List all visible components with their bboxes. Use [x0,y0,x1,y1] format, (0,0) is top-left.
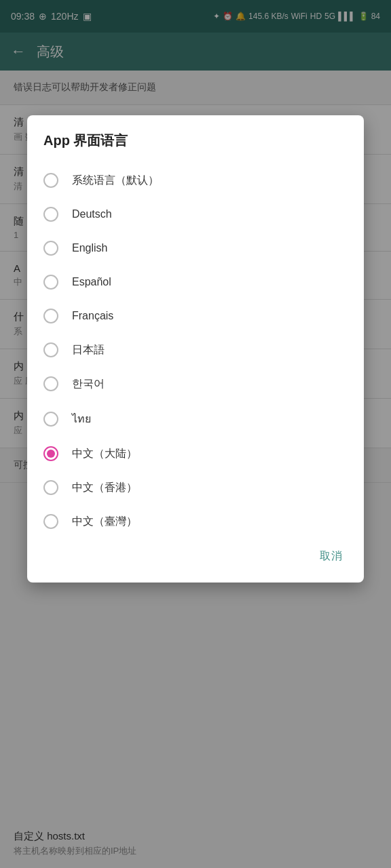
radio-label-deutsch: Deutsch [72,208,112,220]
radio-label-korean: 한국어 [72,377,105,391]
radio-label-zh-hk: 中文（香港） [72,481,137,495]
radio-circle-japanese [43,342,58,357]
radio-option-zh-tw[interactable]: 中文（臺灣） [27,505,364,538]
radio-label-francais: Français [72,310,113,322]
radio-option-japanese[interactable]: 日本語 [27,333,364,367]
radio-label-espanol: Español [72,276,111,288]
cancel-button[interactable]: 取消 [309,544,353,569]
radio-circle-korean [43,376,58,391]
radio-option-zh-cn[interactable]: 中文（大陆） [27,437,364,471]
radio-option-francais[interactable]: Français [27,299,364,333]
radio-label-zh-cn: 中文（大陆） [72,447,137,461]
radio-label-zh-tw: 中文（臺灣） [72,515,137,529]
radio-option-korean[interactable]: 한국어 [27,367,364,401]
radio-option-espanol[interactable]: Español [27,265,364,299]
radio-circle-zh-tw [43,514,58,529]
radio-circle-english [43,241,58,256]
radio-circle-deutsch [43,207,58,222]
radio-circle-zh-hk [43,480,58,495]
radio-option-english[interactable]: English [27,231,364,265]
radio-label-japanese: 日本語 [72,343,105,357]
radio-circle-system [43,173,58,188]
radio-label-thai: ไทย [72,410,91,427]
radio-circle-espanol [43,275,58,290]
radio-option-system[interactable]: 系统语言（默认） [27,163,364,197]
dialog-footer: 取消 [27,538,364,577]
radio-circle-thai [43,412,58,427]
language-dialog: App 界面语言 系统语言（默认）DeutschEnglishEspañolFr… [27,115,364,583]
radio-option-deutsch[interactable]: Deutsch [27,197,364,231]
radio-option-thai[interactable]: ไทย [27,401,364,437]
radio-circle-francais [43,309,58,323]
radio-option-zh-hk[interactable]: 中文（香港） [27,471,364,505]
radio-circle-zh-cn [43,446,58,461]
radio-label-system: 系统语言（默认） [72,174,159,188]
dialog-title: App 界面语言 [27,132,364,163]
radio-label-english: English [72,242,107,254]
